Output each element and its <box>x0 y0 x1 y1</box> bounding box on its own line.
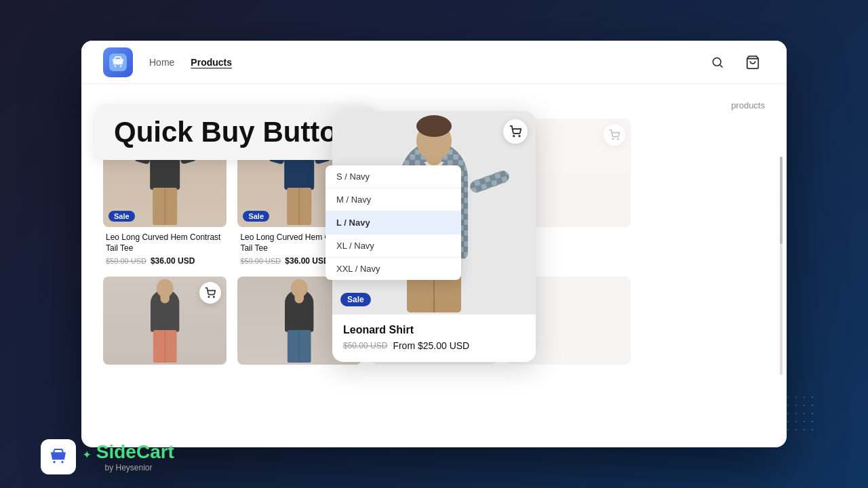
popup-price-from: From $25.00 USD <box>393 340 469 351</box>
product-title-1: Leo Long Curved Hem Contrast Tail Tee <box>106 232 224 253</box>
popup-quick-buy-btn[interactable] <box>503 119 528 144</box>
popup-card-leonard: S / Navy M / Navy L / Navy XL / Navy XXL… <box>332 111 536 362</box>
variant-dropdown: S / Navy M / Navy L / Navy XL / Navy XXL… <box>326 165 461 280</box>
price-original-1: $50.00 USD <box>106 257 146 265</box>
product-card-placeholder <box>642 277 765 365</box>
svg-point-40 <box>214 297 214 298</box>
nav-actions <box>705 50 765 75</box>
svg-point-72 <box>53 461 55 463</box>
brand-logo <box>41 439 76 474</box>
svg-point-73 <box>61 461 63 463</box>
svg-point-63 <box>416 115 452 137</box>
feature-title: Quick Buy Button <box>114 117 355 148</box>
svg-point-32 <box>617 138 618 139</box>
svg-point-1 <box>115 65 116 66</box>
svg-point-76 <box>64 452 66 453</box>
svg-point-3 <box>114 57 115 58</box>
product-prices-1: $50.00 USD $36.00 USD <box>106 256 224 266</box>
svg-point-39 <box>209 297 210 298</box>
popup-price-original: $50.00 USD <box>343 341 387 350</box>
brand-name: ✦ SideCart <box>83 441 174 463</box>
site-logo[interactable] <box>103 47 133 77</box>
product-image-5 <box>642 119 765 227</box>
variant-option-m-navy[interactable]: M / Navy <box>326 188 461 211</box>
navigation: Home Products <box>81 41 787 84</box>
cart-button[interactable] <box>741 50 765 75</box>
svg-rect-34 <box>151 303 179 332</box>
svg-point-44 <box>291 279 308 298</box>
variant-option-l-navy[interactable]: L / Navy <box>326 211 461 235</box>
product-info-1: Leo Long Curved Hem Contrast Tail Tee $5… <box>103 227 226 268</box>
quick-buy-btn-4[interactable] <box>604 124 625 146</box>
product-image-6 <box>103 277 226 365</box>
popup-info: Leonard Shirt $50.00 USD From $25.00 USD <box>332 314 536 362</box>
popup-sale-badge: Sale <box>340 293 371 306</box>
svg-point-31 <box>612 138 613 139</box>
svg-point-75 <box>62 449 64 451</box>
svg-point-36 <box>157 279 174 298</box>
brand-name-text: SideCart <box>96 441 174 462</box>
variant-option-s-navy[interactable]: S / Navy <box>326 165 461 188</box>
variant-option-xxl-navy[interactable]: XXL / Navy <box>326 258 461 280</box>
svg-rect-20 <box>285 156 315 190</box>
svg-point-74 <box>53 449 55 451</box>
price-sale-1: $36.00 USD <box>151 256 195 266</box>
browser-window: Home Products <box>81 41 787 447</box>
scrollbar[interactable] <box>780 157 783 375</box>
brand-sub-text: by Heysenior <box>83 463 174 472</box>
svg-point-2 <box>120 65 121 66</box>
svg-point-69 <box>513 136 515 137</box>
sale-badge-1: Sale <box>108 211 135 222</box>
popup-prices: $50.00 USD From $25.00 USD <box>343 340 525 351</box>
price-original-2: $50.00 USD <box>240 257 281 265</box>
brand-text: ✦ SideCart by Heysenior <box>83 441 174 472</box>
nav-home[interactable]: Home <box>149 57 174 68</box>
product-card-6 <box>103 277 226 365</box>
popup-product-title: Leonard Shirt <box>343 324 525 336</box>
bottom-brand: ✦ SideCart by Heysenior <box>41 439 174 474</box>
brand-star-icon: ✦ <box>83 449 91 460</box>
scrollbar-thumb <box>780 157 783 244</box>
svg-point-5 <box>123 58 123 59</box>
svg-rect-10 <box>150 156 180 190</box>
sale-badge-2: Sale <box>243 211 269 222</box>
svg-point-6 <box>713 58 721 66</box>
variant-option-xl-navy[interactable]: XL / Navy <box>326 235 461 258</box>
search-button[interactable] <box>705 50 730 75</box>
price-sale-2: $36.00 USD <box>285 256 329 266</box>
nav-products[interactable]: Products <box>191 57 232 68</box>
svg-rect-42 <box>285 303 313 332</box>
nav-links: Home Products <box>149 57 705 68</box>
svg-point-4 <box>121 57 121 58</box>
svg-rect-59 <box>469 169 511 194</box>
cart-wrapper <box>741 50 765 75</box>
svg-point-70 <box>519 136 520 137</box>
svg-line-7 <box>720 64 723 67</box>
main-content: Quick Buy Button products <box>81 84 787 447</box>
